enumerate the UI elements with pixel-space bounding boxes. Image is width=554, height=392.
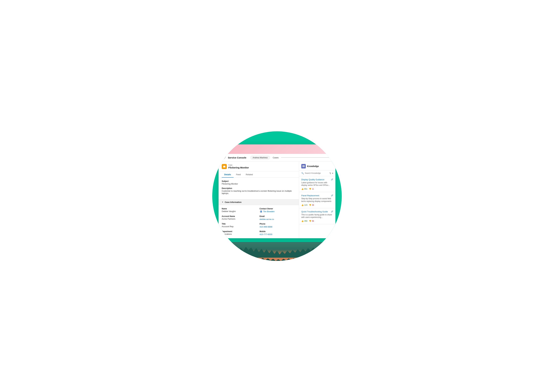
tab-feed[interactable]: Feed — [234, 171, 243, 178]
grid-mobile-value[interactable]: 415-777-6555 — [260, 233, 272, 236]
vote-down-2: 👎 39 — [309, 204, 314, 206]
subject-label: Subject — [222, 180, 296, 182]
svg-rect-3 — [304, 165, 305, 166]
case-info-header[interactable]: ▼ Case Information — [219, 199, 299, 205]
grid-title-label: Title — [222, 223, 258, 225]
case-name: Flickering Monitor — [228, 166, 249, 169]
tab-details[interactable]: Details — [222, 171, 234, 178]
grid-name-label: Name — [222, 208, 258, 210]
pink-header-bar — [219, 144, 335, 154]
grid-department-value: Operations — [222, 233, 258, 235]
grid-phone: Phone 415-999-8888 — [260, 223, 296, 228]
grid-account-name: Account Name Acme Partners — [222, 215, 258, 221]
description-field: Description Customer is reaching out to … — [222, 187, 296, 195]
chevron-down-icon: ▼ — [222, 201, 223, 203]
right-panel: Knowledge 🔍 ⇅ ▾ Display Quality Guidance… — [299, 161, 335, 238]
nav-line — [281, 157, 332, 158]
article-votes-1: 👍 651 👎 11 — [301, 188, 333, 190]
main-window: 🤍 Service Console Andrea Martinez Cases — [219, 144, 335, 238]
subject-value: Flickering Monitor — [222, 183, 296, 185]
grid-email: Email debbie.acme.co — [260, 215, 296, 221]
grid-phone-label: Phone — [260, 223, 296, 225]
tabs-bar: Details Feed Related — [219, 171, 299, 178]
article-item-3: Quick Troubleshooting Guide 🔗 This is a … — [299, 208, 335, 224]
case-info-grid: Name Debbie Vaughn Contact Owner 👤 Tim B… — [219, 205, 299, 238]
svg-rect-0 — [223, 166, 225, 168]
knowledge-header: Knowledge — [299, 161, 335, 170]
article-desc-2: Step-by-Step process to assist field tec… — [301, 197, 333, 203]
grid-contact-owner-label: Contact Owner — [260, 208, 296, 210]
knowledge-icon — [301, 164, 306, 168]
svg-rect-8 — [303, 167, 304, 167]
svg-rect-2 — [303, 165, 304, 166]
details-section: Subject Flickering Monitor Description C… — [219, 178, 299, 199]
vote-down-1: 👎 11 — [309, 188, 314, 190]
description-value: Customer is reaching out to troubleshoot… — [222, 190, 296, 195]
heart-icon: 🤍 — [222, 155, 226, 160]
grid-department: Department Operations — [222, 230, 258, 236]
vote-up-3: 👍 350 — [301, 220, 307, 222]
article-item-2: Panel Replacement 🔗 Step-by-Step process… — [299, 192, 335, 208]
svg-rect-9 — [304, 167, 305, 167]
grid-title: Title Account Rep — [222, 223, 258, 228]
main-content: Case Flickering Monitor Details Feed Rel… — [219, 161, 335, 238]
vote-up-2: 👍 123 — [301, 204, 307, 206]
article-votes-2: 👍 123 👎 39 — [301, 204, 333, 206]
grid-name: Name Debbie Vaughn — [222, 208, 258, 213]
svg-rect-5 — [303, 166, 304, 167]
article-title-1[interactable]: Display Quality Guidance — [301, 178, 330, 181]
search-input[interactable] — [305, 172, 328, 174]
tab-related[interactable]: Related — [243, 171, 255, 178]
svg-rect-4 — [302, 166, 303, 167]
dropdown-icon[interactable]: ▾ — [332, 172, 333, 175]
article-link-icon-2[interactable]: 🔗 — [331, 194, 333, 196]
vote-up-1: 👍 651 — [301, 188, 307, 190]
case-header: Case Flickering Monitor — [219, 161, 299, 171]
grid-name-value: Debbie Vaughn — [222, 210, 258, 212]
nav-bar: 🤍 Service Console Andrea Martinez Cases — [219, 154, 335, 161]
knowledge-search-bar: 🔍 ⇅ ▾ — [299, 170, 335, 176]
case-info-label: Case Information — [225, 201, 242, 203]
sort-icon[interactable]: ⇅ — [329, 172, 331, 175]
background-circle: 🤍 Service Console Andrea Martinez Cases — [212, 131, 342, 261]
nav-tab-cases[interactable]: Cases — [271, 155, 280, 160]
left-panel: Case Flickering Monitor Details Feed Rel… — [219, 161, 299, 238]
grid-email-value[interactable]: debbie.acme.co — [260, 218, 274, 220]
case-icon — [222, 164, 227, 169]
case-header-text: Case Flickering Monitor — [228, 164, 249, 169]
grid-email-label: Email — [260, 215, 296, 217]
grid-contact-owner: Contact Owner 👤 Tim Bowden — [260, 208, 296, 213]
grid-account-name-value: Acme Partners — [222, 218, 258, 220]
grid-phone-value[interactable]: 415-999-8888 — [260, 226, 272, 228]
grid-mobile-label: Mobile — [260, 230, 296, 233]
app-title: Service Console — [228, 156, 246, 159]
grid-account-name-label: Account Name — [222, 215, 258, 217]
grid-title-value: Account Rep — [222, 225, 258, 228]
svg-rect-6 — [304, 166, 305, 167]
svg-rect-7 — [302, 167, 303, 167]
article-item-1: Display Quality Guidance 🔗 Latest guidan… — [299, 176, 335, 192]
article-desc-3: This is a public facing guide to share w… — [301, 213, 333, 219]
description-label: Description — [222, 187, 296, 189]
article-link-icon-1[interactable]: 🔗 — [331, 178, 333, 181]
knowledge-title: Knowledge — [307, 165, 319, 168]
article-votes-3: 👍 350 👎 56 — [301, 220, 333, 222]
vote-down-3: 👎 56 — [309, 220, 314, 222]
nav-tab-andrea[interactable]: Andrea Martinez — [250, 155, 270, 160]
article-title-2[interactable]: Panel Replacement — [301, 194, 330, 197]
landscape-illustration — [212, 242, 342, 261]
grid-department-label: Department — [222, 230, 258, 233]
grid-contact-owner-value[interactable]: Tim Bowden — [263, 210, 275, 213]
grid-mobile: Mobile 415-777-6555 — [260, 230, 296, 236]
subject-field: Subject Flickering Monitor — [222, 180, 296, 185]
case-label: Case — [228, 164, 249, 166]
article-title-3[interactable]: Quick Troubleshooting Guide — [301, 210, 330, 213]
article-link-icon-3[interactable]: 🔗 — [331, 210, 333, 213]
svg-rect-1 — [302, 165, 303, 166]
contact-owner-avatar: 👤 — [260, 210, 263, 213]
article-desc-1: Latest guidance for issues with display … — [301, 181, 333, 187]
search-icon: 🔍 — [301, 172, 304, 175]
